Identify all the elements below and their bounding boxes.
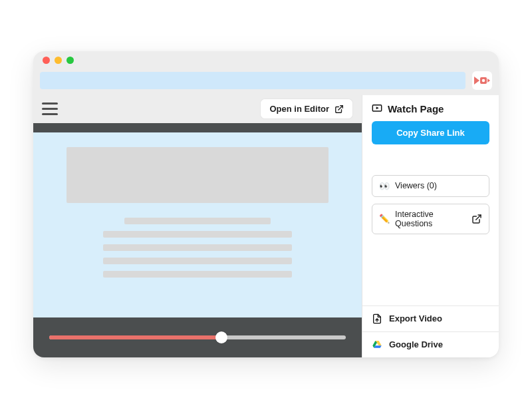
copy-share-link-button[interactable]: Copy Share Link	[372, 121, 489, 144]
eyes-icon: 👀	[379, 181, 390, 191]
pencil-icon: ✏️	[379, 214, 390, 224]
placeholder-line	[103, 271, 292, 278]
svg-marker-11	[374, 345, 381, 347]
content-area: Open in Editor	[33, 95, 499, 357]
svg-line-4	[338, 105, 342, 109]
placeholder-line	[103, 244, 292, 251]
export-video-label: Export Video	[389, 313, 442, 323]
progress-thumb[interactable]	[215, 331, 227, 343]
google-drive-icon	[372, 339, 382, 350]
google-drive-row[interactable]: Google Drive	[362, 331, 499, 357]
page-body-preview	[33, 132, 362, 317]
progress-track[interactable]	[49, 335, 346, 339]
open-external-icon	[334, 104, 344, 114]
svg-marker-6	[376, 106, 379, 109]
side-panel-header: Watch Page	[362, 95, 499, 121]
file-export-icon	[372, 313, 382, 324]
side-panel-title: Watch Page	[388, 103, 444, 114]
svg-marker-3	[487, 79, 490, 83]
svg-marker-0	[474, 77, 479, 85]
viewers-label: Viewers (0)	[395, 181, 482, 190]
export-video-row[interactable]: Export Video	[362, 306, 499, 331]
window-fullscreen-icon[interactable]	[66, 57, 74, 64]
placeholder-line	[103, 258, 292, 264]
page-toolbar: Open in Editor	[33, 95, 362, 123]
main-page: Open in Editor	[33, 95, 362, 357]
hamburger-menu-button[interactable]	[40, 101, 60, 117]
interactive-questions-row[interactable]: ✏️ Interactive Questions	[372, 204, 489, 234]
browser-chrome-row	[33, 70, 499, 95]
window-minimize-icon[interactable]	[55, 57, 62, 64]
svg-point-2	[482, 79, 485, 82]
svg-line-7	[476, 215, 481, 220]
side-panel: Watch Page Copy Share Link 👀 Viewers (0)…	[362, 95, 499, 357]
google-drive-label: Google Drive	[389, 339, 443, 349]
interactive-questions-label: Interactive Questions	[395, 210, 466, 228]
address-bar[interactable]	[40, 72, 466, 89]
placeholder-line	[124, 218, 271, 224]
play-in-monitor-icon	[372, 103, 382, 114]
extension-button[interactable]	[472, 71, 492, 90]
window-titlebar	[33, 51, 499, 70]
screencast-ext-icon	[474, 75, 490, 87]
browser-window: Open in Editor	[33, 51, 499, 357]
progress-played	[49, 335, 221, 339]
placeholder-line	[103, 231, 292, 238]
page-header-band	[33, 123, 362, 132]
open-in-editor-button[interactable]: Open in Editor	[261, 99, 352, 118]
open-in-editor-label: Open in Editor	[269, 104, 329, 114]
side-panel-footer: Export Video Google Drive	[362, 306, 499, 357]
video-progress-bar	[33, 317, 362, 357]
open-external-icon	[471, 214, 482, 224]
side-panel-body: Copy Share Link 👀 Viewers (0) ✏️ Interac…	[362, 121, 499, 234]
placeholder-hero	[66, 147, 329, 203]
window-close-icon[interactable]	[43, 57, 50, 64]
viewers-row[interactable]: 👀 Viewers (0)	[372, 175, 489, 197]
